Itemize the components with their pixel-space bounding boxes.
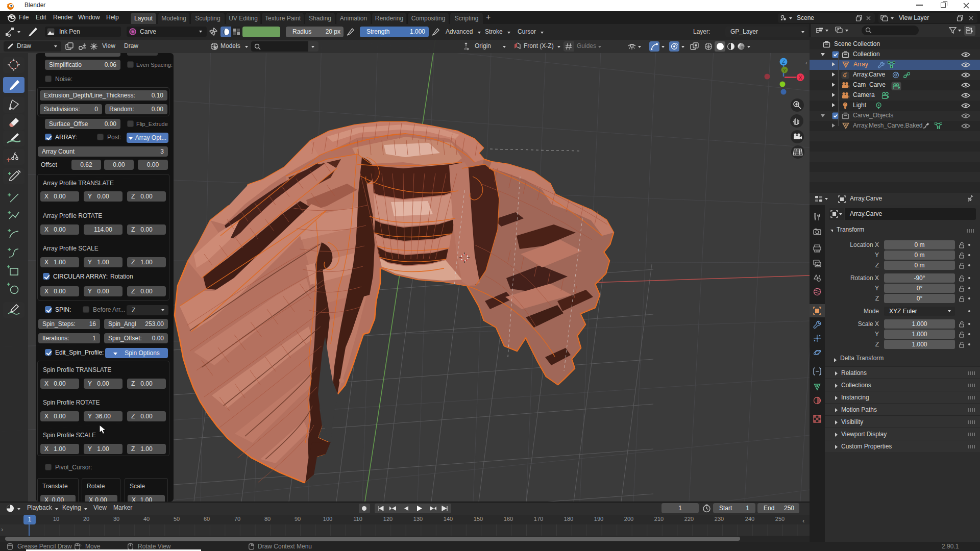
- svg-text:Z: Z: [782, 59, 785, 65]
- svg-text:X: X: [799, 75, 802, 81]
- svg-text:Y: Y: [783, 68, 786, 73]
- svg-text:‹: ‹: [805, 60, 807, 66]
